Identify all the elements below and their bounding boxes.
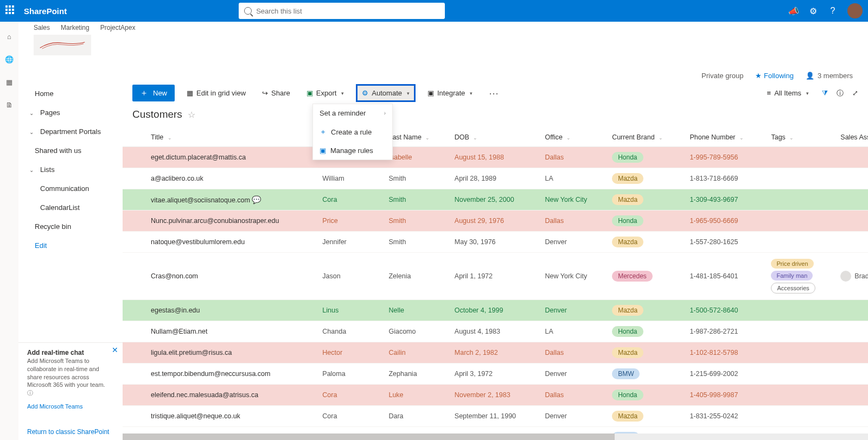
person-icon: 👤 [806,72,814,80]
nav-pages[interactable]: ⌄Pages [18,103,123,122]
search-box[interactable] [239,3,445,19]
help-icon[interactable]: ? [828,6,838,16]
user-avatar[interactable] [847,3,863,18]
share-icon: ↪ [262,89,268,97]
filter-icon[interactable]: ⧩ [822,89,828,98]
edit-grid-button[interactable]: ▦Edit in grid view [182,87,250,99]
more-button[interactable]: ⋯ [484,85,503,101]
nav-sales[interactable]: Sales [34,24,50,31]
nav-communication[interactable]: Communication [18,179,123,198]
home-hub-icon[interactable]: ⌂ [4,31,14,41]
expand-icon[interactable]: ⤢ [852,89,858,97]
nav-department-portals[interactable]: ⌄Department Portals [18,122,123,141]
table-row[interactable]: augue@luctuslobortisClass.co.ukCoraBloss… [123,427,868,434]
nav-calendarlist[interactable]: CalendarList [18,198,123,217]
nav-home[interactable]: Home [18,84,123,103]
menu-manage-rules[interactable]: ▣Manage rules [313,142,392,160]
grid-icon: ▦ [187,89,193,97]
column-title[interactable]: Title ⌄ [144,128,316,147]
menu-set-reminder[interactable]: Set a reminder› [313,104,392,122]
suite-bar: SharePoint 📣 ⚙ ? [0,0,868,22]
files-hub-icon[interactable]: 🗎 [4,100,14,110]
command-bar: ＋New ▦Edit in grid view ↪Share ▣Export▾ … [123,80,868,106]
plus-icon: ＋ [320,127,327,137]
brand-name: SharePoint [24,7,67,16]
column-tags[interactable]: Tags ⌄ [764,128,834,147]
share-button[interactable]: ↪Share [258,87,295,99]
globe-hub-icon[interactable]: 🌐 [4,54,14,64]
site-logo[interactable] [34,35,91,55]
automate-dropdown: Set a reminder› ＋Create a rule ▣Manage r… [312,104,393,160]
favorite-icon[interactable]: ☆ [188,110,195,120]
list-title: Customers [132,109,182,120]
table-row[interactable]: tristique.aliquet@neque.co.ukCoraDaraSep… [123,406,868,427]
automate-button[interactable]: ⚙Automate▾ [358,87,414,99]
column-current-brand[interactable]: Current Brand ⌄ [605,128,683,147]
settings-icon[interactable]: ⚙ [808,6,818,16]
excel-icon: ▣ [307,89,313,97]
teams-promo-body: Add Microsoft Teams to collaborate in re… [27,358,105,388]
column-office[interactable]: Office ⌄ [539,128,606,147]
horizontal-scrollbar[interactable] [123,433,868,440]
rules-icon: ▣ [320,146,326,155]
integrate-icon: ▣ [427,89,434,97]
table-row[interactable]: eleifend.nec.malesuada@atrisus.caCoraLuk… [123,385,868,406]
hub-bar: ⌂ 🌐 ▦ 🗎 [0,22,18,440]
customers-table: Title ⌄First Name ⌄Last Name ⌄DOB ⌄Offic… [123,128,868,433]
menu-create-rule[interactable]: ＋Create a rule [313,122,392,142]
nav-projectapex[interactable]: ProjectApex [100,24,136,31]
group-type: Private group [701,72,743,80]
left-nav: Home⌄Pages⌄Department PortalsShared with… [18,80,123,440]
nav-lists[interactable]: ⌄Lists [18,160,123,179]
table-row[interactable]: Nunc.pulvinar.arcu@conubianostraper.eduP… [123,211,868,232]
automate-highlight: ⚙Automate▾ [356,84,416,102]
table-row[interactable]: a@aclibero.co.ukWilliamSmithApril 28, 19… [123,168,868,189]
table-row[interactable]: vitae.aliquet@sociisnatoque.com 💬CoraSmi… [123,189,868,211]
app-launcher-icon[interactable] [5,5,16,16]
nav-edit[interactable]: Edit [18,236,123,255]
flow-icon: ⚙ [362,89,368,97]
list-icon: ≡ [767,89,771,97]
table-row[interactable]: est.tempor.bibendum@neccursusa.comPaloma… [123,364,868,385]
search-input[interactable] [256,7,439,15]
list-scroll[interactable]: Title ⌄First Name ⌄Last Name ⌄DOB ⌄Offic… [123,128,868,433]
nav-shared-with-us[interactable]: Shared with us [18,141,123,160]
close-icon[interactable]: ✕ [112,345,118,355]
nav-marketing[interactable]: Marketing [61,24,90,31]
table-row[interactable]: ligula.elit.pretium@risus.caHectorCailin… [123,342,868,364]
info-icon[interactable]: ⓘ [837,88,844,98]
search-icon [244,7,252,15]
view-selector[interactable]: ≡All Items▾ [763,87,813,99]
new-button[interactable]: ＋New [132,85,175,101]
column-dob[interactable]: DOB ⌄ [448,128,539,147]
table-row[interactable]: eget.dictum.placerat@mattis.caXanderIsab… [123,147,868,168]
members-button[interactable]: 👤 3 members [806,72,853,80]
table-row[interactable]: Cras@non.comJasonZeleniaApril 1, 1972New… [123,253,868,300]
table-row[interactable]: Nullam@Etiam.netChandaGiacomoAugust 4, 1… [123,321,868,342]
site-nav-links: Sales Marketing ProjectApex [34,24,135,31]
table-row[interactable]: natoque@vestibulumlorem.eduJenniferSmith… [123,232,868,253]
news-hub-icon[interactable]: ▦ [4,77,14,87]
integrate-button[interactable]: ▣Integrate▾ [423,87,477,99]
teams-promo-title: Add real-time chat [27,349,84,356]
attachment-icon: 💬 [252,195,261,204]
add-teams-link[interactable]: Add Microsoft Teams [27,403,83,411]
export-button[interactable]: ▣Export▾ [302,87,349,99]
nav-recycle-bin[interactable]: Recycle bin [18,217,123,236]
teams-promo: ✕ Add real-time chat Add Microsoft Teams… [18,342,123,416]
classic-link[interactable]: Return to classic SharePoint [27,428,109,436]
column-sales-associate[interactable]: Sales Associate ⌄ [834,128,868,147]
table-row[interactable]: egestas@in.eduLinusNelleOctober 4, 1999D… [123,300,868,321]
megaphone-icon[interactable]: 📣 [789,6,799,16]
following-button[interactable]: ★ Following [755,72,794,80]
column-phone-number[interactable]: Phone Number ⌄ [683,128,764,147]
